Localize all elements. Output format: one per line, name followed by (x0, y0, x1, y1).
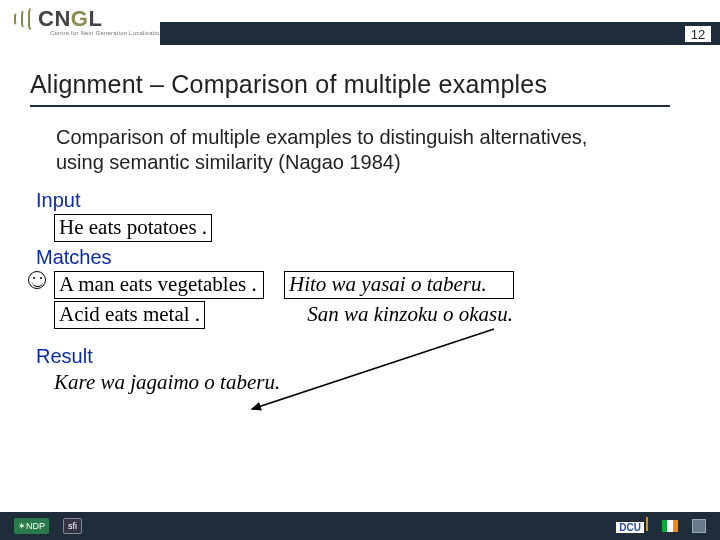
slide-title: Alignment – Comparison of multiple examp… (30, 70, 720, 99)
result-row: Kare wa jagaimo o taberu. (54, 370, 720, 395)
result-label: Result (36, 345, 720, 368)
matches-label: Matches (36, 246, 720, 269)
smiley-icon (28, 271, 46, 289)
tcd-logo (692, 519, 706, 533)
sfi-logo: sfi (63, 518, 82, 534)
footer-left: ✶NDP sfi (14, 518, 82, 534)
cngl-logo: CNGL (14, 6, 102, 32)
match1-source: A man eats vegetables . (54, 271, 264, 299)
logo-text-part: G (71, 6, 89, 31)
logo-sound-icon (14, 6, 34, 32)
slide-description: Comparison of multiple examples to disti… (56, 125, 616, 175)
match-row-2: Acid eats metal . San wa kinzoku o okasu… (54, 301, 720, 329)
match-row-1: A man eats vegetables . Hito wa yasai o … (54, 271, 720, 299)
ndp-logo: ✶NDP (14, 518, 49, 534)
input-row: He eats potatoes . (54, 214, 720, 242)
logo-text-part: CN (38, 6, 71, 31)
logo-text: CNGL (38, 6, 102, 32)
logo-subtitle: Centre for Next Generation Localisation (50, 30, 163, 36)
match2-target: San wa kinzoku o okasu. (307, 302, 513, 327)
logo-text-part: L (88, 6, 102, 31)
footer-right: DCU (616, 517, 706, 535)
match1-target: Hito wa yasai o taberu. (284, 271, 514, 299)
input-label: Input (36, 189, 720, 212)
slide-footer: ✶NDP sfi DCU (0, 512, 720, 540)
match2-source: Acid eats metal . (54, 301, 205, 329)
header-bar (160, 22, 720, 45)
input-sentence: He eats potatoes . (54, 214, 212, 242)
title-underline (30, 105, 670, 107)
page-number: 12 (684, 25, 712, 43)
content-block: Input He eats potatoes . Matches A man e… (36, 189, 720, 395)
dcu-logo: DCU (616, 517, 648, 535)
ireland-flag-icon (662, 520, 678, 532)
result-text-2: taberu. (220, 370, 280, 394)
result-text-1: Kare wa jagaimo o (54, 370, 220, 394)
slide-header: CNGL Centre for Next Generation Localisa… (0, 0, 720, 48)
svg-line-0 (252, 329, 494, 409)
